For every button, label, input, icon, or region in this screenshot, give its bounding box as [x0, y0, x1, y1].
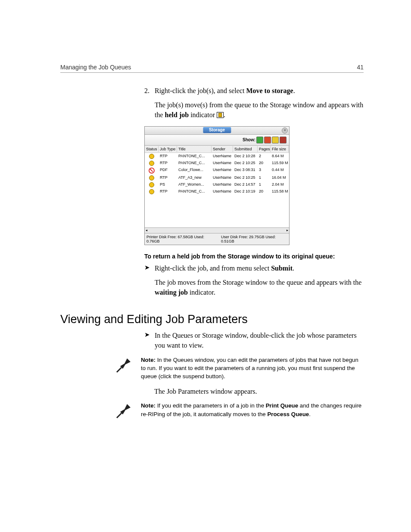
horizontal-scrollbar[interactable]: ◂▸ — [145, 227, 289, 233]
page-header: Managing the Job Queues 41 — [60, 0, 364, 73]
procedure-heading: To return a held job from the Storage wi… — [144, 253, 364, 260]
show-label: Show: — [243, 137, 255, 142]
arrow-icon: ➤ — [144, 330, 155, 350]
storage-window: Storage ✕ Show: Status Job Type Title Se… — [144, 126, 290, 245]
section-heading: Viewing and Editing Job Parameters — [60, 313, 364, 326]
table-row[interactable]: PDFColor_Flowe...UserNameDec 3 08:3130.4… — [145, 167, 289, 174]
procedure-step: ➤ In the Queues or Storage window, doubl… — [144, 330, 364, 350]
filter-failed-icon[interactable] — [264, 137, 271, 143]
table-row[interactable]: RTPPANTONE_C...UserNameDec 2 10:2828.64 … — [145, 153, 289, 160]
step-text: Right-click the job(s), and select — [155, 87, 246, 94]
table-row[interactable]: RTPATF_A3_newUserNameDec 2 10:25116.04 M — [145, 174, 289, 181]
filter-held-icon[interactable] — [272, 137, 279, 143]
printer-disk-status: Printer Disk Free: 67.58GB Used: 0.76GB — [146, 235, 216, 243]
failed-status-icon — [149, 168, 155, 174]
table-row[interactable]: PSATF_Women...UserNameDec 2 14:5712.04 M — [145, 181, 289, 188]
pushpin-icon — [114, 401, 133, 420]
window-titlebar: Storage ✕ — [145, 127, 289, 135]
table-row[interactable]: RTPPANTONE_C...UserNameDec 2 10:2520115.… — [145, 160, 289, 167]
note-label: Note: — [141, 402, 157, 409]
storage-footer: Printer Disk Free: 67.58GB Used: 0.76GB … — [145, 233, 289, 245]
header-title: Managing the Job Queues — [60, 64, 131, 71]
storage-toolbar: Show: — [145, 135, 289, 146]
held-status-icon — [149, 189, 154, 194]
user-disk-status: User Disk Free: 29.75GB Used: 0.51GB — [221, 235, 287, 243]
storage-table: Status Job Type Title Sender Submitted P… — [145, 146, 289, 227]
result-text: The Job Parameters window appears. — [154, 386, 364, 396]
step-2: 2. Right-click the job(s), and select Mo… — [144, 86, 364, 120]
step-number: 2. — [144, 86, 155, 120]
step-action: Move to storage — [246, 87, 293, 94]
procedure-step: ➤ Right-click the job, and from menu sel… — [144, 263, 364, 298]
table-row[interactable]: RTPPANTONE_C...UserNameDec 2 10:1920115.… — [145, 188, 289, 195]
arrow-icon: ➤ — [144, 263, 155, 298]
held-job-icon — [217, 112, 224, 118]
held-status-icon — [149, 175, 154, 180]
table-header: Status Job Type Title Sender Submitted P… — [145, 146, 289, 153]
note: Note: In the Queues window, you can edit… — [114, 356, 364, 381]
held-status-icon — [149, 161, 154, 166]
window-title: Storage — [203, 127, 231, 133]
pushpin-icon — [114, 356, 133, 375]
filter-aborted-icon[interactable] — [280, 137, 286, 143]
note: Note: If you edit the parameters in of a… — [114, 401, 364, 420]
held-status-icon — [149, 182, 154, 187]
held-status-icon — [149, 154, 154, 159]
close-icon[interactable]: ✕ — [282, 128, 288, 134]
filter-completed-icon[interactable] — [256, 137, 263, 143]
page-number: 41 — [357, 64, 364, 71]
note-label: Note: — [141, 357, 157, 363]
